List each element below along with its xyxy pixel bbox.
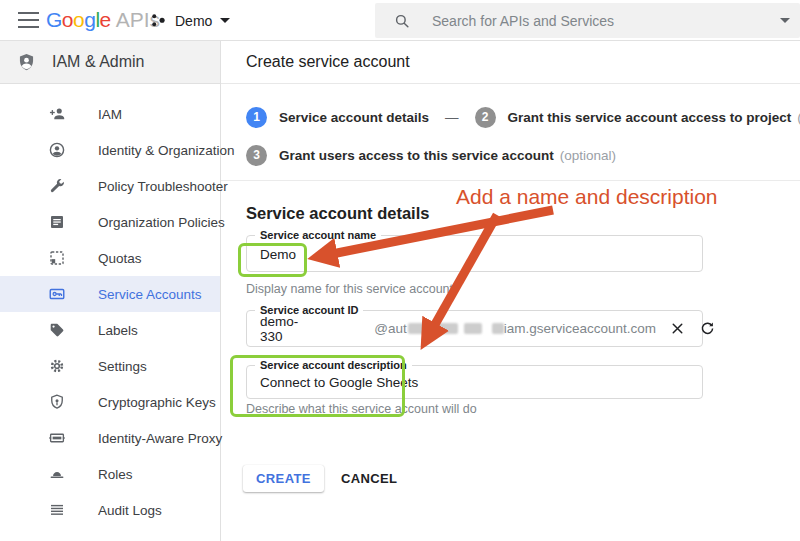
cancel-button[interactable]: CANCEL [341,471,398,486]
service-account-description-field[interactable]: Service account description Connect to G… [246,365,703,399]
sidebar-item-label: Identity-Aware Proxy [98,431,222,446]
step-1-label: Service account details [279,110,429,125]
search-input[interactable] [432,13,780,29]
sidebar-item-label: Cryptographic Keys [98,395,216,410]
wizard-steps-row-2: 3 Grant users access to this service acc… [246,144,616,166]
search-icon [393,12,411,30]
sidebar-item-roles[interactable]: Roles [0,456,220,492]
logo-letter: o [73,8,84,31]
sidebar-nav: IAM Identity & Organization Policy Troub… [0,84,220,528]
description-helper-text: Describe what this service account will … [246,402,477,416]
redacted-block [408,323,458,334]
shield-key-icon [48,393,66,411]
redacted-block [492,323,504,334]
project-selector[interactable]: Demo [150,0,230,41]
logo-letter: G [46,8,62,31]
sidebar-item-quotas[interactable]: Quotas [0,240,220,276]
sidebar-item-settings[interactable]: Settings [0,348,220,384]
service-account-badge-icon [48,285,66,303]
create-button[interactable]: CREATE [243,465,324,492]
gear-icon [48,357,66,375]
service-account-name-field[interactable]: Service account name Demo [246,235,703,272]
logo-letter: g [84,8,95,31]
service-account-name-value[interactable]: Demo [260,246,296,261]
sidebar-item-labels[interactable]: Labels [0,312,220,348]
wizard-steps-row-1: 1 Service account details — 2 Grant this… [246,106,800,128]
sidebar-header-iam-admin[interactable]: IAM & Admin [0,41,220,84]
step-2-label: Grant this service account access to pro… [508,110,792,125]
service-account-id-field[interactable]: Service account ID demo-330 @aut iam.gse… [246,310,703,347]
main-content: Create service account 1 Service account… [221,41,800,541]
person-add-icon [48,105,66,123]
logo-letter: e [100,8,111,31]
id-domain-redacted: @aut [374,321,503,336]
sidebar-item-label: Organization Policies [98,215,225,230]
document-lines-icon [48,213,66,231]
list-lines-icon [48,501,66,519]
id-domain-prefix: @aut [374,321,406,336]
sidebar-item-label: Policy Troubleshooter [98,179,228,194]
service-account-name-label: Service account name [255,229,381,241]
sidebar-item-label: Service Accounts [98,287,202,302]
sidebar-item-label: IAM [98,107,122,122]
step-3-label: Grant users access to this service accou… [279,148,554,163]
sidebar-item-iam[interactable]: IAM [0,96,220,132]
sidebar-item-label: Settings [98,359,147,374]
top-app-bar: GoogleAPIs Demo [0,0,800,41]
sidebar-item-policy-troubleshooter[interactable]: Policy Troubleshooter [0,168,220,204]
proxy-layers-icon [48,429,66,447]
step-3-optional: (optional) [560,148,616,163]
project-dots-icon [150,12,167,29]
sidebar-item-label: Audit Logs [98,503,162,518]
sidebar-item-label: Identity & Organization [98,143,235,158]
page-header: Create service account [221,41,800,84]
hamburger-menu-icon[interactable] [18,12,39,28]
sidebar-item-identity-aware-proxy[interactable]: Identity-Aware Proxy [0,420,220,456]
logo-letter: o [62,8,73,31]
step-2-circle: 2 [475,107,496,128]
divider [221,180,800,181]
refresh-id-icon[interactable] [699,320,716,337]
page-title: Create service account [246,53,410,71]
hat-icon [48,465,66,483]
project-name: Demo [175,13,212,29]
service-account-id-value[interactable]: demo-330 [260,314,298,344]
wrench-icon [48,177,66,195]
dashed-box-icon [48,249,66,267]
sidebar-item-organization-policies[interactable]: Organization Policies [0,204,220,240]
redacted-block [464,323,482,334]
tag-icon [48,321,66,339]
form-actions: CREATE CANCEL [243,465,397,492]
clear-id-icon[interactable] [669,320,686,337]
service-account-description-label: Service account description [255,359,412,371]
search-bar[interactable] [375,3,800,38]
chevron-down-icon [220,18,230,23]
sidebar-header-label: IAM & Admin [52,53,144,71]
step-3-circle: 3 [246,145,267,166]
sidebar-item-label: Quotas [98,251,142,266]
sidebar: IAM & Admin IAM Identity & Organiza [0,41,221,541]
step-1-circle: 1 [246,107,267,128]
sidebar-item-audit-logs[interactable]: Audit Logs [0,492,220,528]
service-account-id-label: Service account ID [255,304,363,316]
shield-person-icon [16,52,37,73]
search-chevron-down-icon[interactable] [780,18,790,23]
sidebar-item-cryptographic-keys[interactable]: Cryptographic Keys [0,384,220,420]
sidebar-item-service-accounts[interactable]: Service Accounts [0,276,220,312]
sidebar-item-identity-organization[interactable]: Identity & Organization [0,132,220,168]
id-domain-suffix: iam.gserviceaccount.com [504,321,656,336]
sidebar-item-label: Roles [98,467,133,482]
step-separator: — [445,110,459,125]
person-circle-icon [48,141,66,159]
form-section-heading: Service account details [246,204,429,223]
name-helper-text: Display name for this service account [246,282,453,296]
sidebar-item-label: Labels [98,323,138,338]
google-apis-logo[interactable]: GoogleAPIs [46,8,160,32]
service-account-description-value[interactable]: Connect to Google Sheets [260,375,418,390]
